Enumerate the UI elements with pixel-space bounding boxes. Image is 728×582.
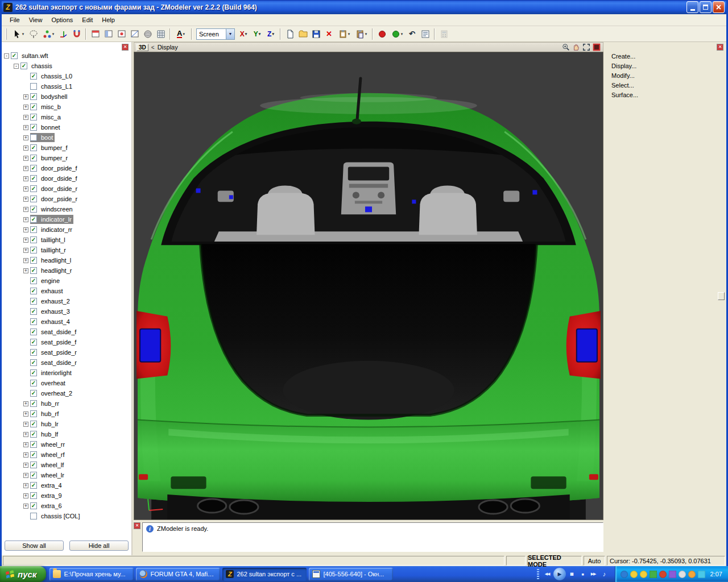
- visibility-checkbox[interactable]: ✓: [30, 144, 37, 151]
- expand-toggle-icon[interactable]: +: [23, 258, 28, 263]
- viewport-red-marker-icon[interactable]: [593, 43, 601, 51]
- expand-toggle-icon[interactable]: +: [23, 463, 28, 468]
- visibility-checkbox[interactable]: ✓: [30, 93, 37, 100]
- node-label[interactable]: seat_dside_f: [39, 328, 78, 336]
- node-label[interactable]: interiorlight: [39, 369, 73, 377]
- panel-splitter-handle[interactable]: [718, 292, 725, 300]
- tree-row[interactable]: + ✓ extra_9: [2, 490, 131, 501]
- node-label[interactable]: extra_9: [39, 492, 64, 500]
- expand-toggle-icon[interactable]: +: [23, 493, 28, 498]
- delete-icon[interactable]: ✕: [322, 28, 336, 40]
- tree-row[interactable]: ✓ seat_pside_r: [2, 347, 131, 357]
- axis-x-button[interactable]: X▾: [237, 28, 250, 40]
- visibility-checkbox[interactable]: ✓: [30, 441, 37, 448]
- visibility-checkbox[interactable]: ✓: [30, 185, 37, 192]
- close-log-icon[interactable]: [134, 522, 140, 529]
- tree-row[interactable]: ✓ seat_dside_f: [2, 327, 131, 337]
- tree-row[interactable]: - ✓ chassis: [2, 61, 131, 71]
- tree-row[interactable]: + ✓ door_dside_r: [2, 184, 131, 194]
- status-auto-toggle[interactable]: Auto: [584, 556, 605, 566]
- tree-row[interactable]: + ✓ door_dside_f: [2, 173, 131, 184]
- visibility-checkbox[interactable]: ✓: [30, 462, 37, 468]
- tree-row[interactable]: + ✓ door_pside_f: [2, 163, 131, 173]
- command-item[interactable]: Modify...: [611, 71, 726, 81]
- visibility-checkbox[interactable]: ✓: [30, 472, 37, 479]
- tree-row[interactable]: ✓ chassis_L0: [2, 71, 131, 81]
- visibility-checkbox[interactable]: ✓: [30, 155, 37, 161]
- snap-icon[interactable]: [70, 28, 83, 40]
- expand-toggle-icon[interactable]: +: [23, 227, 28, 232]
- visibility-checkbox[interactable]: ✓: [30, 206, 37, 213]
- tree-row[interactable]: + ✓ door_pside_r: [2, 194, 131, 204]
- expand-toggle-icon[interactable]: +: [23, 156, 28, 161]
- tree-row[interactable]: + ✓ extra_6: [2, 501, 131, 511]
- tray-icon-update[interactable]: [688, 571, 696, 578]
- tray-icon-download[interactable]: [669, 571, 676, 578]
- node-label[interactable]: wheel_lf: [39, 461, 65, 469]
- tree-row[interactable]: + ✓ hub_rr: [2, 398, 131, 409]
- tree-row[interactable]: + ✓ wheel_rf: [2, 450, 131, 460]
- node-label[interactable]: exhaust_2: [39, 297, 72, 305]
- node-label[interactable]: bodyshell: [39, 93, 69, 101]
- expand-toggle-icon[interactable]: +: [23, 432, 28, 437]
- node-label[interactable]: bonnet: [39, 123, 62, 131]
- visibility-checkbox[interactable]: ✓: [30, 349, 37, 356]
- visibility-checkbox[interactable]: ✓: [30, 369, 37, 376]
- visibility-checkbox[interactable]: ✓: [11, 52, 18, 59]
- tree-row[interactable]: ✓ overheat_2: [2, 388, 131, 398]
- undo-icon[interactable]: ↶: [406, 28, 419, 40]
- tree-row[interactable]: ✓ interiorlight: [2, 368, 131, 378]
- start-button[interactable]: пуск: [0, 566, 46, 582]
- tree-row[interactable]: + ✓ extra_4: [2, 480, 131, 490]
- visibility-checkbox[interactable]: ✓: [30, 451, 37, 458]
- tree-row[interactable]: + boot: [2, 132, 131, 143]
- visibility-checkbox[interactable]: ✓: [30, 267, 37, 274]
- visibility-checkbox[interactable]: ✓: [30, 298, 37, 305]
- tree-row[interactable]: ✓ seat_dside_r: [2, 357, 131, 368]
- visibility-checkbox[interactable]: [30, 513, 37, 519]
- node-label[interactable]: bumper_r: [39, 154, 69, 162]
- node-label[interactable]: taillight_l: [39, 236, 67, 244]
- node-label[interactable]: hub_lr: [39, 420, 60, 428]
- expand-view-icon[interactable]: [582, 43, 590, 51]
- open-file-icon[interactable]: [296, 28, 309, 40]
- node-label[interactable]: headlight_l: [39, 256, 73, 264]
- tree-row[interactable]: ✓ exhaust: [2, 286, 131, 296]
- expand-toggle-icon[interactable]: +: [23, 115, 28, 120]
- node-label[interactable]: overheat: [39, 379, 67, 387]
- node-label[interactable]: sultan.wft: [20, 52, 49, 60]
- visibility-checkbox[interactable]: ✓: [30, 226, 37, 233]
- hide-all-button[interactable]: Hide all: [69, 541, 129, 551]
- visibility-checkbox[interactable]: ✓: [30, 400, 37, 407]
- node-label[interactable]: misc_a: [39, 113, 63, 121]
- expand-toggle-icon[interactable]: +: [23, 146, 28, 151]
- visibility-checkbox[interactable]: ✓: [30, 390, 37, 397]
- node-label[interactable]: hub_rf: [39, 410, 60, 418]
- node-label[interactable]: chassis_L1: [39, 82, 74, 90]
- modes-icon[interactable]: ▾: [40, 28, 57, 40]
- visibility-checkbox[interactable]: ✓: [30, 288, 37, 294]
- visibility-checkbox[interactable]: ✓: [30, 257, 37, 264]
- tree-row[interactable]: + ✓ bodyshell: [2, 92, 131, 102]
- select-arrow-icon[interactable]: ▾: [10, 28, 27, 40]
- node-label[interactable]: extra_6: [39, 502, 64, 510]
- axis-y-button[interactable]: Y▾: [250, 28, 264, 40]
- view-grid-icon[interactable]: [154, 28, 167, 40]
- taskbar-task-button[interactable]: FORUM GTA 4, Mafia ...: [136, 568, 220, 581]
- visibility-checkbox[interactable]: ✓: [30, 114, 37, 120]
- tree-row[interactable]: + ✓ wheel_lf: [2, 460, 131, 470]
- tree-row[interactable]: ✓ exhaust_4: [2, 317, 131, 327]
- visibility-checkbox[interactable]: ✓: [20, 63, 27, 69]
- tray-icon-agent[interactable]: [659, 571, 667, 578]
- expand-toggle-icon[interactable]: +: [23, 248, 28, 253]
- expand-toggle-icon[interactable]: +: [23, 217, 28, 222]
- tree-row[interactable]: ✓ overheat: [2, 378, 131, 388]
- tree-row[interactable]: + ✓ indicator_rr: [2, 225, 131, 235]
- node-label[interactable]: chassis: [30, 62, 54, 70]
- visibility-checkbox[interactable]: ✓: [30, 359, 37, 366]
- viewport-view-label[interactable]: Display: [158, 44, 178, 51]
- media-previous-icon[interactable]: ◀◀: [543, 569, 552, 579]
- node-label[interactable]: exhaust_3: [39, 307, 72, 315]
- view-flag-icon[interactable]: [89, 28, 102, 40]
- visibility-checkbox[interactable]: [30, 83, 37, 90]
